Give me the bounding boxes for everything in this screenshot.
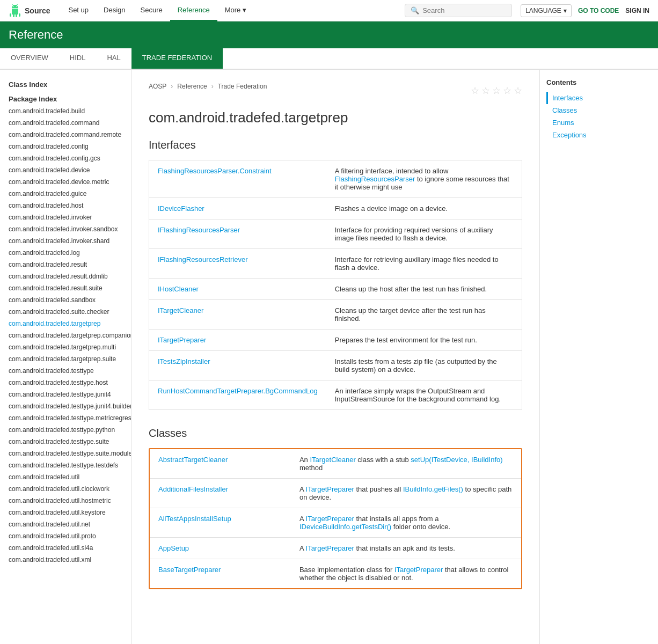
rating-stars[interactable]: ☆ ☆ ☆ ☆ ☆ <box>471 85 522 97</box>
class-link-additionalfilesinstaller[interactable]: AdditionalFilesInstaller <box>158 485 228 493</box>
go-to-code-button[interactable]: GO TO CODE <box>578 7 619 14</box>
toc-item-enums[interactable]: Enums <box>546 116 630 129</box>
sidebar-item-testtype-python[interactable]: com.android.tradefed.testtype.python <box>0 424 131 436</box>
sidebar-item-util-proto[interactable]: com.android.tradefed.util.proto <box>0 530 131 542</box>
sidebar: Class Index Package Index com.android.tr… <box>0 70 131 644</box>
sidebar-item-util-hostmetric[interactable]: com.android.tradefed.util.hostmetric <box>0 495 131 507</box>
logo[interactable]: Source <box>9 4 50 17</box>
desc-link-gettestsdir[interactable]: IDeviceBuildInfo.getTestsDir() <box>299 523 391 531</box>
sidebar-item-testtype-junit4[interactable]: com.android.tradefed.testtype.junit4 <box>0 389 131 400</box>
tab-trade-federation[interactable]: TRADE FEDERATION <box>131 48 223 69</box>
desc-link-itargetpreparer4[interactable]: ITargetPreparer <box>394 566 443 574</box>
sidebar-item-testtype-suite[interactable]: com.android.tradefed.testtype.suite <box>0 436 131 448</box>
desc-link-getfiles[interactable]: IBuildInfo.getFiles() <box>403 485 463 493</box>
sidebar-item-testtype[interactable]: com.android.tradefed.testtype <box>0 365 131 377</box>
nav-setup[interactable]: Set up <box>61 0 96 21</box>
interface-link-iflashingresourcesparser[interactable]: IFlashingResourcesParser <box>158 226 240 234</box>
star-3[interactable]: ☆ <box>492 85 501 97</box>
sidebar-item-testtype-host[interactable]: com.android.tradefed.testtype.host <box>0 377 131 389</box>
sidebar-item-config[interactable]: com.android.tradefed.config <box>0 141 131 152</box>
sidebar-item-command-remote[interactable]: com.android.tradefed.command.remote <box>0 129 131 141</box>
sidebar-item-util-sl4a[interactable]: com.android.tradefed.util.sl4a <box>0 542 131 554</box>
sidebar-item-targetprep-suite[interactable]: com.android.tradefed.targetprep.suite <box>0 353 131 365</box>
desc-link-itargetpreparer3[interactable]: ITargetPreparer <box>306 544 354 552</box>
sidebar-item-result-suite[interactable]: com.android.tradefed.result.suite <box>0 282 131 294</box>
star-2[interactable]: ☆ <box>481 85 490 97</box>
interface-desc-iflashingresourcesparser: Interface for providing required version… <box>326 219 522 249</box>
class-link-abstracttargetcleaner[interactable]: AbstractTargetCleaner <box>158 456 228 464</box>
sidebar-item-invoker[interactable]: com.android.tradefed.invoker <box>0 211 131 223</box>
search-area[interactable]: 🔍 <box>405 4 512 17</box>
classes-heading: Classes <box>149 427 522 440</box>
sidebar-item-suite-checker[interactable]: com.android.tradefed.suite.checker <box>0 306 131 318</box>
sidebar-item-result[interactable]: com.android.tradefed.result <box>0 259 131 270</box>
star-5[interactable]: ☆ <box>514 85 522 97</box>
sidebar-item-targetprep-multi[interactable]: com.android.tradefed.targetprep.multi <box>0 341 131 353</box>
class-link-appsetup[interactable]: AppSetup <box>158 544 189 552</box>
sidebar-item-class-index[interactable]: Class Index <box>0 76 131 91</box>
sidebar-item-config-gcs[interactable]: com.android.tradefed.config.gcs <box>0 152 131 164</box>
sidebar-item-targetprep-companion[interactable]: com.android.tradefed.targetprep.companio… <box>0 330 131 341</box>
breadcrumb-reference[interactable]: Reference <box>177 83 207 90</box>
sidebar-item-host[interactable]: com.android.tradefed.host <box>0 200 131 211</box>
toc-item-interfaces[interactable]: Interfaces <box>546 92 630 104</box>
desc-link-itargetpreparer[interactable]: ITargetPreparer <box>306 485 354 493</box>
interface-link-ihostcleaner[interactable]: IHostCleaner <box>158 285 199 293</box>
interface-link-itestszipinstaller[interactable]: ITestsZipInstaller <box>158 357 210 365</box>
search-input[interactable] <box>422 6 506 14</box>
class-link-alltestappsinstallsetup[interactable]: AllTestAppsInstallSetup <box>158 515 231 523</box>
sidebar-item-log[interactable]: com.android.tradefed.log <box>0 247 131 259</box>
sidebar-item-invoker-shard[interactable]: com.android.tradefed.invoker.shard <box>0 235 131 247</box>
nav-design[interactable]: Design <box>96 0 133 21</box>
class-desc-additionalfilesinstaller: A ITargetPreparer that pushes all IBuild… <box>291 479 521 508</box>
sidebar-item-device-metric[interactable]: com.android.tradefed.device.metric <box>0 176 131 188</box>
nav-secure[interactable]: Secure <box>133 0 170 21</box>
tab-overview[interactable]: OVERVIEW <box>0 48 59 69</box>
right-actions: LANGUAGE ▾ GO TO CODE SIGN IN <box>521 4 649 17</box>
sidebar-item-invoker-sandbox[interactable]: com.android.tradefed.invoker.sandbox <box>0 223 131 235</box>
table-row: AdditionalFilesInstaller A ITargetPrepar… <box>150 479 521 508</box>
nav-reference[interactable]: Reference <box>170 0 217 21</box>
sidebar-item-sandbox[interactable]: com.android.tradefed.sandbox <box>0 294 131 306</box>
sidebar-item-util[interactable]: com.android.tradefed.util <box>0 471 131 483</box>
breadcrumb-aosp[interactable]: AOSP <box>149 83 166 90</box>
star-4[interactable]: ☆ <box>503 85 511 97</box>
sidebar-item-command[interactable]: com.android.tradefed.command <box>0 117 131 129</box>
tab-hal[interactable]: HAL <box>96 48 131 69</box>
sidebar-item-util-keystore[interactable]: com.android.tradefed.util.keystore <box>0 507 131 518</box>
interface-link-iflashingresourcesretriever[interactable]: IFlashingResourcesRetriever <box>158 255 248 264</box>
interface-link-itargetcleaner[interactable]: ITargetCleaner <box>158 306 203 314</box>
interface-link-runhostcommand[interactable]: RunHostCommandTargetPreparer.BgCommandLo… <box>158 387 318 395</box>
sign-in-button[interactable]: SIGN IN <box>625 7 649 14</box>
sidebar-item-testtype-metricregression[interactable]: com.android.tradefed.testtype.metricregr… <box>0 412 131 424</box>
desc-link-itargetpreparer2[interactable]: ITargetPreparer <box>306 515 354 523</box>
table-row: IDeviceFlasher Flashes a device image on… <box>149 198 522 219</box>
class-link-basetargetpreparer[interactable]: BaseTargetPreparer <box>158 566 221 574</box>
interface-link-ideviceflasher[interactable]: IDeviceFlasher <box>158 204 204 213</box>
sidebar-item-result-ddmlib[interactable]: com.android.tradefed.result.ddmlib <box>0 270 131 282</box>
sidebar-item-package-index[interactable]: Package Index <box>0 91 131 105</box>
interface-link-flashing-constraint[interactable]: FlashingResourcesParser.Constraint <box>158 167 272 175</box>
sidebar-item-guice[interactable]: com.android.tradefed.guice <box>0 188 131 200</box>
language-button[interactable]: LANGUAGE ▾ <box>521 4 572 17</box>
star-1[interactable]: ☆ <box>471 85 479 97</box>
sidebar-item-util-clockwork[interactable]: com.android.tradefed.util.clockwork <box>0 483 131 495</box>
sidebar-item-testtype-testdefs[interactable]: com.android.tradefed.testtype.testdefs <box>0 459 131 471</box>
sidebar-item-build[interactable]: com.android.tradefed.build <box>0 105 131 117</box>
interface-desc-iflashingresourcesretriever: Interface for retrieving auxiliary image… <box>326 249 522 279</box>
desc-link[interactable]: FlashingResourcesParser <box>335 175 415 183</box>
sidebar-item-testtype-suite-module[interactable]: com.android.tradefed.testtype.suite.modu… <box>0 448 131 459</box>
nav-more[interactable]: More ▾ <box>217 0 254 21</box>
breadcrumb-trade-federation[interactable]: Trade Federation <box>218 83 267 90</box>
sidebar-item-testtype-junit4-builder[interactable]: com.android.tradefed.testtype.junit4.bui… <box>0 400 131 412</box>
sidebar-item-util-net[interactable]: com.android.tradefed.util.net <box>0 518 131 530</box>
interface-link-itargetpreparer[interactable]: ITargetPreparer <box>158 336 206 344</box>
sidebar-item-util-xml[interactable]: com.android.tradefed.util.xml <box>0 554 131 566</box>
toc-item-classes[interactable]: Classes <box>546 104 630 116</box>
desc-link-setup[interactable]: setUp(ITestDevice, IBuildInfo) <box>411 456 502 464</box>
desc-link-itargetcleaner[interactable]: ITargetCleaner <box>310 456 355 464</box>
toc-item-exceptions[interactable]: Exceptions <box>546 129 630 141</box>
tab-hidl[interactable]: HIDL <box>59 48 97 69</box>
sidebar-item-targetprep[interactable]: com.android.tradefed.targetprep <box>0 318 131 330</box>
sidebar-item-device[interactable]: com.android.tradefed.device <box>0 164 131 176</box>
